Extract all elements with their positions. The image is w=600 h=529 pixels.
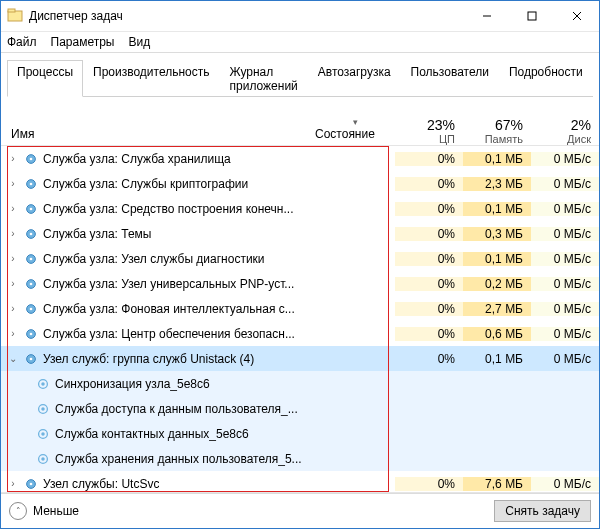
expand-toggle[interactable]: › <box>7 278 19 289</box>
header-name-label: Имя <box>11 127 34 141</box>
header-cpu[interactable]: 23% ЦП <box>395 117 463 145</box>
titlebar[interactable]: Диспетчер задач <box>1 1 599 32</box>
tab-processes[interactable]: Процессы <box>7 60 83 97</box>
service-icon <box>35 451 51 467</box>
taskmgr-window: Диспетчер задач Файл Параметры Вид Проце… <box>0 0 600 529</box>
end-task-button[interactable]: Снять задачу <box>494 500 591 522</box>
header-name[interactable]: Имя <box>1 117 315 145</box>
fewer-details-label: Меньше <box>33 504 79 518</box>
cell-disk: 0 МБ/с <box>531 477 599 491</box>
table-row[interactable]: ›Служба узла: Служба хранилища0%0,1 МБ0 … <box>1 146 599 171</box>
cell-disk: 0 МБ/с <box>531 277 599 291</box>
process-name: Служба узла: Фоновая интеллектуальная с.… <box>43 302 295 316</box>
gear-icon <box>23 326 39 342</box>
tabs: Процессы Производительность Журнал прило… <box>7 59 593 97</box>
table-row[interactable]: Служба контактных данных_5e8c6 <box>1 421 599 446</box>
maximize-button[interactable] <box>509 2 554 31</box>
table-row[interactable]: Служба хранения данных пользователя_5... <box>1 446 599 471</box>
cell-disk: 0 МБ/с <box>531 202 599 216</box>
cell-mem: 2,3 МБ <box>463 177 531 191</box>
fewer-details-button[interactable]: ˄ Меньше <box>9 502 79 520</box>
process-name: Служба доступа к данным пользователя_... <box>55 402 298 416</box>
expand-toggle[interactable]: › <box>7 303 19 314</box>
expand-toggle[interactable]: › <box>7 203 19 214</box>
table-row[interactable]: ›Служба узла: Службы криптографии0%2,3 М… <box>1 171 599 196</box>
cell-mem: 0,1 МБ <box>463 352 531 366</box>
sort-indicator-status: ▾ <box>315 117 395 127</box>
table-row[interactable]: ›Служба узла: Темы0%0,3 МБ0 МБ/с <box>1 221 599 246</box>
close-button[interactable] <box>554 2 599 31</box>
header-disk-label: Диск <box>567 133 591 145</box>
cell-cpu: 0% <box>395 152 463 166</box>
svg-point-31 <box>41 457 45 461</box>
svg-point-11 <box>30 207 33 210</box>
table-row[interactable]: ›Служба узла: Центр обеспечения безопасн… <box>1 321 599 346</box>
tab-users[interactable]: Пользователи <box>401 60 499 97</box>
tab-performance[interactable]: Производительность <box>83 60 219 97</box>
tab-app-history[interactable]: Журнал приложений <box>220 60 308 97</box>
table-row[interactable]: ›Узел службы: UtcSvc0%7,6 МБ0 МБ/с <box>1 471 599 492</box>
menu-options[interactable]: Параметры <box>51 35 115 49</box>
cell-mem: 7,6 МБ <box>463 477 531 491</box>
minimize-button[interactable] <box>464 2 509 31</box>
app-icon <box>7 8 23 24</box>
service-icon <box>35 376 51 392</box>
menu-view[interactable]: Вид <box>128 35 150 49</box>
cell-cpu: 0% <box>395 252 463 266</box>
expand-toggle[interactable]: ⌄ <box>7 353 19 364</box>
cell-cpu: 0% <box>395 227 463 241</box>
header-mem-pct: 67% <box>495 117 523 133</box>
header-disk[interactable]: 2% Диск <box>531 117 599 145</box>
sort-indicator <box>11 117 315 127</box>
svg-rect-3 <box>528 12 536 20</box>
header-disk-pct: 2% <box>571 117 591 133</box>
service-icon <box>35 401 51 417</box>
expand-toggle[interactable]: › <box>7 178 19 189</box>
table-row[interactable]: ›Служба узла: Средство построения конечн… <box>1 196 599 221</box>
header-status[interactable]: ▾ Состояние <box>315 117 395 145</box>
service-icon <box>35 426 51 442</box>
header-memory[interactable]: 67% Память <box>463 117 531 145</box>
tab-services[interactable]: Службы <box>593 60 600 97</box>
svg-point-17 <box>30 282 33 285</box>
menu-file[interactable]: Файл <box>7 35 37 49</box>
cell-disk: 0 МБ/с <box>531 327 599 341</box>
process-name: Узел служб: группа служб Unistack (4) <box>43 352 254 366</box>
expand-toggle[interactable]: › <box>7 478 19 489</box>
expand-toggle[interactable]: › <box>7 153 19 164</box>
gear-icon <box>23 176 39 192</box>
header-cpu-pct: 23% <box>427 117 455 133</box>
svg-point-27 <box>41 407 45 411</box>
cell-disk: 0 МБ/с <box>531 152 599 166</box>
expand-toggle[interactable]: › <box>7 328 19 339</box>
table-row[interactable]: ›Служба узла: Узел универсальных PNP-уст… <box>1 271 599 296</box>
gear-icon <box>23 151 39 167</box>
cell-cpu: 0% <box>395 277 463 291</box>
cell-disk: 0 МБ/с <box>531 352 599 366</box>
cell-cpu: 0% <box>395 477 463 491</box>
svg-point-25 <box>41 382 45 386</box>
process-name: Узел службы: UtcSvc <box>43 477 159 491</box>
cell-mem: 0,6 МБ <box>463 327 531 341</box>
process-list[interactable]: ›Служба узла: Служба хранилища0%0,1 МБ0 … <box>1 146 599 492</box>
tab-startup[interactable]: Автозагрузка <box>308 60 401 97</box>
cell-mem: 0,2 МБ <box>463 277 531 291</box>
cell-disk: 0 МБ/с <box>531 302 599 316</box>
process-name: Служба хранения данных пользователя_5... <box>55 452 302 466</box>
table-row[interactable]: Служба доступа к данным пользователя_... <box>1 396 599 421</box>
menubar: Файл Параметры Вид <box>1 32 599 53</box>
gear-icon <box>23 351 39 367</box>
table-row[interactable]: ›Служба узла: Узел службы диагностики0%0… <box>1 246 599 271</box>
table-row[interactable]: ⌄Узел служб: группа служб Unistack (4)0%… <box>1 346 599 371</box>
expand-toggle[interactable]: › <box>7 253 19 264</box>
gear-icon <box>23 476 39 492</box>
svg-point-9 <box>30 182 33 185</box>
process-name: Служба узла: Узел службы диагностики <box>43 252 265 266</box>
table-row[interactable]: ›Служба узла: Фоновая интеллектуальная с… <box>1 296 599 321</box>
expand-toggle[interactable]: › <box>7 228 19 239</box>
table-row[interactable]: Синхронизация узла_5e8c6 <box>1 371 599 396</box>
cell-disk: 0 МБ/с <box>531 252 599 266</box>
gear-icon <box>23 276 39 292</box>
tab-details[interactable]: Подробности <box>499 60 593 97</box>
svg-point-33 <box>30 482 33 485</box>
